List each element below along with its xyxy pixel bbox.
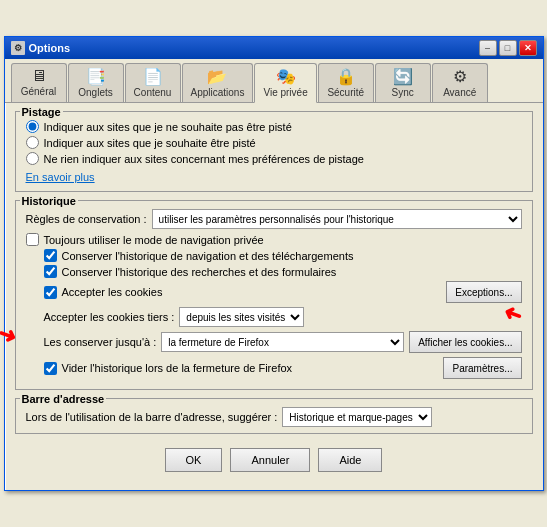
afficher-container: ➜ Afficher les cookies... xyxy=(409,331,521,353)
tab-securite[interactable]: 🔒 Sécurité xyxy=(318,63,374,102)
footer-buttons: OK Annuler Aide xyxy=(15,442,533,482)
tab-applications[interactable]: 📂 Applications xyxy=(182,63,254,102)
tab-vie-privee[interactable]: 🎭 Vie privée xyxy=(254,63,316,103)
check-cookies-row: Accepter les cookies xyxy=(44,286,163,299)
check-vider[interactable] xyxy=(44,362,57,375)
cookies-exceptions-row: Accepter les cookies Exceptions... xyxy=(26,281,522,303)
sync-icon: 🔄 xyxy=(393,67,413,86)
barre-section: Barre d'adresse Lors de l'utilisation de… xyxy=(15,398,533,434)
barre-row: Lors de l'utilisation de la barre d'adre… xyxy=(26,407,522,427)
historique-section: Historique Règles de conservation : util… xyxy=(15,200,533,390)
avance-icon: ⚙ xyxy=(453,67,467,86)
tab-sync-label: Sync xyxy=(392,87,414,98)
afficher-cookies-button[interactable]: Afficher les cookies... xyxy=(409,331,521,353)
tab-general[interactable]: 🖥 Général xyxy=(11,63,67,102)
tab-sync[interactable]: 🔄 Sync xyxy=(375,63,431,102)
options-window: ⚙ Options – □ ✕ 🖥 Général 📑 Onglets 📄 Co… xyxy=(4,36,544,491)
main-content: Pistage Indiquer aux sites que je ne sou… xyxy=(5,103,543,490)
applications-icon: 📂 xyxy=(207,67,227,86)
check-historique-rech[interactable] xyxy=(44,265,57,278)
tab-securite-label: Sécurité xyxy=(327,87,364,98)
pistage-radio-1[interactable] xyxy=(26,120,39,133)
tab-vie-privee-label: Vie privée xyxy=(263,87,307,98)
tabs-bar: 🖥 Général 📑 Onglets 📄 Contenu 📂 Applicat… xyxy=(5,59,543,103)
tab-general-label: Général xyxy=(21,86,57,97)
pistage-section: Pistage Indiquer aux sites que je ne sou… xyxy=(15,111,533,192)
help-button[interactable]: Aide xyxy=(318,448,382,472)
tab-contenu[interactable]: 📄 Contenu xyxy=(125,63,181,102)
check-historique-nav-label: Conserver l'historique de navigation et … xyxy=(62,250,354,262)
check-historique-nav-row: Conserver l'historique de navigation et … xyxy=(44,249,522,262)
tiers-label: Accepter les cookies tiers : xyxy=(44,311,175,323)
tab-onglets[interactable]: 📑 Onglets xyxy=(68,63,124,102)
pistage-radio-3-label: Ne rien indiquer aux sites concernant me… xyxy=(44,153,364,165)
tiers-dropdown[interactable]: depuis les sites visités xyxy=(179,307,304,327)
tab-contenu-label: Contenu xyxy=(134,87,172,98)
pistage-radio-row-3: Ne rien indiquer aux sites concernant me… xyxy=(26,152,522,165)
minimize-button[interactable]: – xyxy=(479,40,497,56)
cancel-button[interactable]: Annuler xyxy=(230,448,310,472)
check-cookies-label: Accepter les cookies xyxy=(62,286,163,298)
check-historique-rech-row: Conserver l'historique des recherches et… xyxy=(44,265,522,278)
title-bar: ⚙ Options – □ ✕ xyxy=(5,37,543,59)
check-vider-row: Vider l'historique lors de la fermeture … xyxy=(44,362,293,375)
window-title: Options xyxy=(29,42,71,54)
rules-row: Règles de conservation : utiliser les pa… xyxy=(26,209,522,229)
tab-avance-label: Avancé xyxy=(443,87,476,98)
conserver-row: Les conserver jusqu'à : la fermeture de … xyxy=(44,332,405,352)
conserver-label: Les conserver jusqu'à : xyxy=(44,336,157,348)
pistage-radio-2-label: Indiquer aux sites que je souhaite être … xyxy=(44,137,256,149)
check-historique-nav[interactable] xyxy=(44,249,57,262)
check-nav-privee[interactable] xyxy=(26,233,39,246)
maximize-button[interactable]: □ xyxy=(499,40,517,56)
tiers-row: Accepter les cookies tiers : depuis les … xyxy=(44,307,522,327)
rules-dropdown[interactable]: utiliser les paramètres personnalisés po… xyxy=(152,209,522,229)
pistage-radio-2[interactable] xyxy=(26,136,39,149)
pistage-title: Pistage xyxy=(20,106,63,118)
red-arrow-conserver: ➜ xyxy=(0,321,19,352)
check-vider-label: Vider l'historique lors de la fermeture … xyxy=(62,362,293,374)
historique-title: Historique xyxy=(20,195,78,207)
cookies-exceptions-left: Accepter les cookies xyxy=(26,286,163,299)
tab-applications-label: Applications xyxy=(191,87,245,98)
barre-dropdown[interactable]: Historique et marque-pages xyxy=(282,407,432,427)
general-icon: 🖥 xyxy=(31,67,47,85)
pistage-radio-row-1: Indiquer aux sites que je ne souhaite pa… xyxy=(26,120,522,133)
check-nav-privee-row: Toujours utiliser le mode de navigation … xyxy=(26,233,522,246)
barre-label: Lors de l'utilisation de la barre d'adre… xyxy=(26,411,278,423)
ok-button[interactable]: OK xyxy=(165,448,223,472)
en-savoir-plus-link[interactable]: En savoir plus xyxy=(26,171,95,183)
params-button[interactable]: Paramètres... xyxy=(443,357,521,379)
vider-row: Vider l'historique lors de la fermeture … xyxy=(26,357,522,379)
title-bar-controls: – □ ✕ xyxy=(479,40,537,56)
pistage-radio-3[interactable] xyxy=(26,152,39,165)
check-nav-privee-label: Toujours utiliser le mode de navigation … xyxy=(44,234,264,246)
rules-label: Règles de conservation : xyxy=(26,213,147,225)
title-bar-left: ⚙ Options xyxy=(11,41,71,55)
securite-icon: 🔒 xyxy=(336,67,356,86)
pistage-radio-row-2: Indiquer aux sites que je souhaite être … xyxy=(26,136,522,149)
red-arrow-afficher: ➜ xyxy=(500,299,526,330)
conserver-dropdown[interactable]: la fermeture de Firefox xyxy=(161,332,404,352)
check-cookies[interactable] xyxy=(44,286,57,299)
window-icon: ⚙ xyxy=(11,41,25,55)
conserver-outer-row: ➜ Les conserver jusqu'à : la fermeture d… xyxy=(26,331,522,353)
onglets-icon: 📑 xyxy=(86,67,106,86)
contenu-icon: 📄 xyxy=(143,67,163,86)
barre-title: Barre d'adresse xyxy=(20,393,107,405)
pistage-radio-1-label: Indiquer aux sites que je ne souhaite pa… xyxy=(44,121,292,133)
check-historique-rech-label: Conserver l'historique des recherches et… xyxy=(62,266,337,278)
close-button[interactable]: ✕ xyxy=(519,40,537,56)
tab-onglets-label: Onglets xyxy=(78,87,112,98)
tab-avance[interactable]: ⚙ Avancé xyxy=(432,63,488,102)
vie-privee-icon: 🎭 xyxy=(276,67,296,86)
